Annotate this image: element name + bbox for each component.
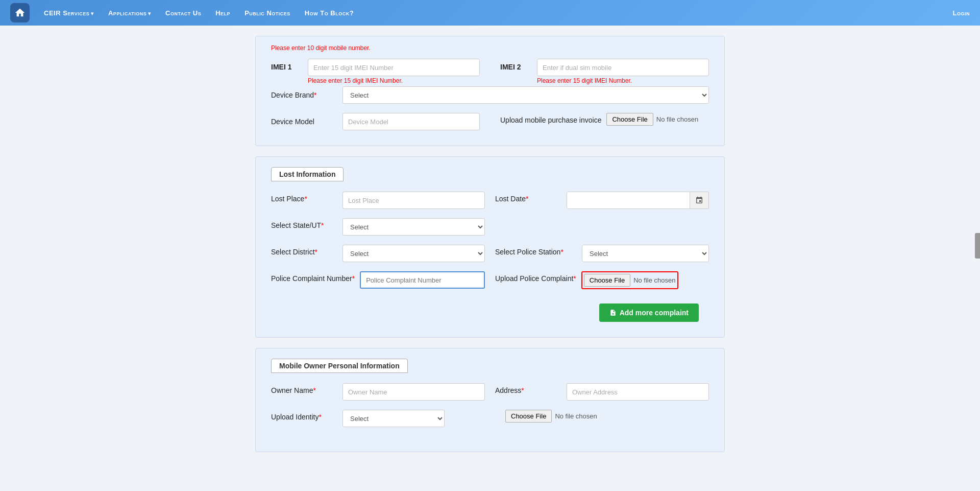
address-group: Address* <box>495 383 709 401</box>
police-station-required: * <box>560 248 563 256</box>
address-input[interactable] <box>567 383 709 401</box>
lost-date-label: Lost Date* <box>495 192 561 203</box>
state-group: Select State/UT* Select <box>271 218 485 236</box>
lost-place-date-row: Lost Place* Lost Date* 2023-07-06 12:33:… <box>271 192 709 209</box>
imei1-label: IMEI 1 <box>271 59 302 71</box>
device-section: Please enter 10 digit mobile number. IME… <box>255 36 725 146</box>
nav-public-notices[interactable]: Public Notices <box>238 6 297 20</box>
add-document-icon <box>609 309 617 316</box>
police-complaint-row: Police Complaint Number* Upload Police C… <box>271 271 709 289</box>
imei1-error: Please enter 15 digit IMEI Number. <box>308 77 480 84</box>
lost-date-group: Lost Date* 2023-07-06 12:33:58 <box>495 192 709 209</box>
mobile-number-error: Please enter 10 digit mobile number. <box>271 44 709 52</box>
upload-invoice-wrapper: Choose File No file chosen <box>606 113 698 126</box>
logo[interactable] <box>10 3 30 22</box>
upload-identity-row: Upload Identity* Select Choose File No f… <box>271 410 709 427</box>
upload-complaint-btn[interactable]: Choose File <box>584 274 630 287</box>
imei-row: IMEI 1 Please enter 15 digit IMEI Number… <box>271 59 709 84</box>
add-more-complaint-label: Add more complaint <box>620 309 689 317</box>
device-brand-select[interactable]: Select <box>342 86 709 104</box>
state-label: Select State/UT* <box>271 218 337 229</box>
upload-identity-required: * <box>318 413 321 421</box>
nav-ceir-services[interactable]: CEIR Services <box>38 6 100 20</box>
district-group: Select District* Select <box>271 245 485 262</box>
nav-contact-us[interactable]: Contact Us <box>159 6 207 20</box>
upload-complaint-group: Upload Police Complaint* Choose File No … <box>495 271 709 289</box>
upload-complaint-no-file: No file chosen <box>633 276 675 284</box>
police-station-select[interactable]: Select <box>582 245 709 262</box>
imei2-label: IMEI 2 <box>500 59 531 71</box>
district-police-row: Select District* Select Select Police St… <box>271 245 709 262</box>
upload-identity-file-btn[interactable]: Choose File <box>505 410 552 423</box>
device-model-label: Device Model <box>271 118 337 126</box>
device-model-input[interactable] <box>342 113 480 130</box>
imei2-error: Please enter 15 digit IMEI Number. <box>537 77 709 84</box>
calendar-icon <box>695 196 703 204</box>
owner-name-label: Owner Name* <box>271 383 337 394</box>
police-station-group: Select Police Station* Select <box>495 245 709 262</box>
imei1-input[interactable] <box>308 59 480 76</box>
upload-identity-file-group: Choose File No file chosen <box>495 410 709 423</box>
upload-identity-label: Upload Identity* <box>271 410 337 421</box>
state-select[interactable]: Select <box>342 218 485 236</box>
lost-date-wrapper: 2023-07-06 12:33:58 <box>567 192 709 209</box>
owner-name-required: * <box>313 386 315 394</box>
lost-place-input[interactable] <box>342 192 485 209</box>
lost-section-header: Lost Information <box>271 167 344 181</box>
police-complaint-num-required: * <box>352 274 355 283</box>
device-model-row: Device Model Upload mobile purchase invo… <box>271 113 709 130</box>
imei2-group: IMEI 2 Please enter 15 digit IMEI Number… <box>500 59 709 84</box>
device-brand-row: Device Brand* Select <box>271 86 709 104</box>
lost-date-input[interactable]: 2023-07-06 12:33:58 <box>567 192 690 209</box>
upload-invoice-group: Upload mobile purchase invoice Choose Fi… <box>500 113 709 126</box>
lost-place-label: Lost Place* <box>271 192 337 203</box>
upload-identity-no-file: No file chosen <box>555 412 597 420</box>
home-icon <box>14 7 26 18</box>
owner-name-input[interactable] <box>342 383 485 401</box>
scrollbar-handle[interactable] <box>975 233 980 259</box>
add-more-wrapper: Add more complaint <box>271 298 709 322</box>
district-select[interactable]: Select <box>342 245 485 262</box>
navbar: CEIR Services Applications Contact Us He… <box>0 0 980 26</box>
device-brand-label: Device Brand* <box>271 91 337 99</box>
upload-identity-group: Upload Identity* Select <box>271 410 485 427</box>
imei1-group: IMEI 1 Please enter 15 digit IMEI Number… <box>271 59 480 84</box>
nav-how-to-block[interactable]: How to block? <box>299 6 360 20</box>
add-more-complaint-btn[interactable]: Add more complaint <box>599 303 699 322</box>
upload-invoice-label: Upload mobile purchase invoice <box>500 113 601 124</box>
police-complaint-num-group: Police Complaint Number* <box>271 271 485 289</box>
nav-links: CEIR Services Applications Contact Us He… <box>38 6 953 20</box>
owner-section-header: Mobile Owner Personal Information <box>271 359 408 373</box>
address-label: Address* <box>495 383 561 394</box>
district-label: Select District* <box>271 245 337 256</box>
police-complaint-num-label: Police Complaint Number* <box>271 271 355 283</box>
police-station-label: Select Police Station* <box>495 245 577 256</box>
imei2-input[interactable] <box>537 59 709 76</box>
lost-place-group: Lost Place* <box>271 192 485 209</box>
owner-name-address-row: Owner Name* Address* <box>271 383 709 401</box>
owner-name-group: Owner Name* <box>271 383 485 401</box>
imei1-input-wrap: Please enter 15 digit IMEI Number. <box>308 59 480 84</box>
calendar-icon-btn[interactable] <box>690 192 709 209</box>
imei2-input-wrap: Please enter 15 digit IMEI Number. <box>537 59 709 84</box>
district-required: * <box>315 248 317 256</box>
upload-complaint-wrapper: Choose File No file chosen <box>581 271 678 289</box>
lost-section: Lost Information Lost Place* Lost Date* … <box>255 156 725 338</box>
nav-help[interactable]: Help <box>209 6 236 20</box>
upload-complaint-required: * <box>573 274 576 283</box>
upload-identity-select[interactable]: Select <box>342 410 445 427</box>
upload-complaint-label: Upload Police Complaint* <box>495 271 576 283</box>
state-required: * <box>321 221 324 229</box>
nav-applications[interactable]: Applications <box>102 6 157 20</box>
login-button[interactable]: Login <box>953 9 970 17</box>
address-required: * <box>521 386 524 394</box>
upload-invoice-no-file: No file chosen <box>656 115 698 123</box>
state-row: Select State/UT* Select <box>271 218 709 236</box>
police-complaint-num-input[interactable] <box>360 271 485 289</box>
upload-invoice-btn[interactable]: Choose File <box>606 113 653 126</box>
upload-identity-file-wrapper: Choose File No file chosen <box>505 410 597 423</box>
lost-date-required: * <box>526 195 528 203</box>
device-brand-required: * <box>314 91 316 99</box>
device-model-group: Device Model <box>271 113 480 130</box>
owner-section: Mobile Owner Personal Information Owner … <box>255 348 725 452</box>
